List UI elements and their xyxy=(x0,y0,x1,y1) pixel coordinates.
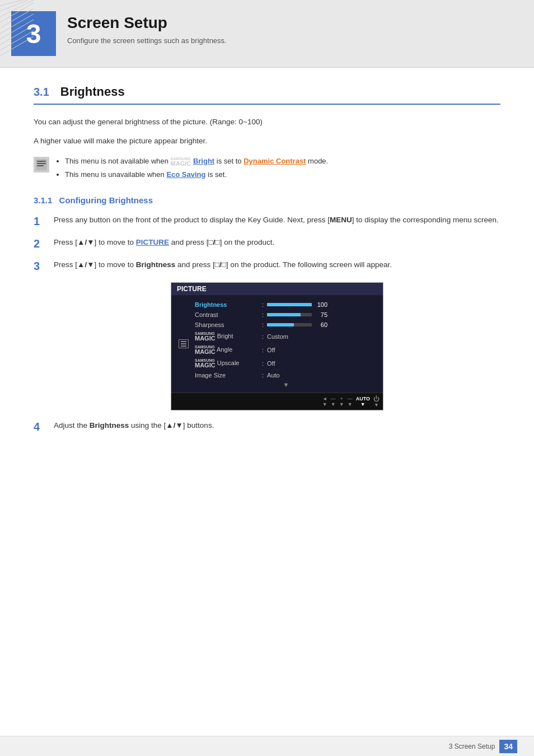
sharpness-fill xyxy=(267,323,294,326)
menu-item-sharpness: Sharpness : 60 xyxy=(195,320,377,330)
step-3-num: 3 xyxy=(34,259,45,273)
eco-saving-link: Eco Saving xyxy=(166,170,205,179)
steps-list: 1 Press any button on the front of the p… xyxy=(34,214,500,273)
menu-item-brightness: Brightness : 100 xyxy=(195,300,377,310)
sidebar-menu-icon xyxy=(179,339,189,348)
step-1-num: 1 xyxy=(34,214,45,228)
note-icon xyxy=(34,157,49,172)
svg-line-4 xyxy=(0,8,34,28)
svg-line-5 xyxy=(0,14,34,34)
svg-line-3 xyxy=(0,3,34,22)
footer-btn-back: ◄ ▼ xyxy=(322,396,327,407)
brightness-track xyxy=(267,303,312,306)
svg-line-9 xyxy=(0,36,34,56)
samsung-magic-brand: SAMSUNG MAGIC xyxy=(171,157,191,167)
brightness-bar: 100 xyxy=(267,301,327,308)
note-box: This menu is not available when SAMSUNG … xyxy=(34,156,500,182)
note-list: This menu is not available when SAMSUNG … xyxy=(56,156,328,182)
svg-rect-13 xyxy=(37,165,44,166)
magic-angle-value: Off xyxy=(267,347,275,353)
contrast-fill xyxy=(267,313,301,316)
contrast-bar: 75 xyxy=(267,311,327,318)
screen-simulation: PICTURE Brightness : xyxy=(171,282,383,410)
screen-simulation-container: PICTURE Brightness : xyxy=(54,282,500,410)
magic-bright-value: Custom xyxy=(267,333,288,340)
step-1-text: Press any button on the front of the pro… xyxy=(54,214,499,226)
magic-upscale-value: Off xyxy=(267,360,275,367)
picture-link: PICTURE xyxy=(136,238,169,246)
svg-line-6 xyxy=(0,20,34,39)
sharpness-value: 60 xyxy=(314,321,327,328)
subsection-title: Configuring Brightness xyxy=(59,195,153,205)
footer-btn-minus: — ▼ xyxy=(331,396,336,407)
menu-magic-bright-label: SAMSUNG MAGIC Bright xyxy=(195,332,262,342)
screen-sim-header: PICTURE xyxy=(171,283,383,295)
screen-footer: ◄ ▼ — ▼ + ▼ — ▼ AUTO ▼ xyxy=(171,393,383,410)
diagonal-decoration xyxy=(0,0,34,56)
main-content: 3.1 Brightness You can adjust the genera… xyxy=(0,68,534,475)
sharpness-bar: 60 xyxy=(267,321,327,328)
magic-bright-link: Bright xyxy=(193,157,214,165)
contrast-track xyxy=(267,313,312,316)
sidebar-line-3 xyxy=(181,346,186,347)
screen-sidebar xyxy=(177,300,190,388)
step-3-text: Press [▲/▼] to move to Brightness and pr… xyxy=(54,259,392,271)
sidebar-lines xyxy=(181,341,186,347)
step-3: 3 Press [▲/▼] to move to Brightness and … xyxy=(34,259,500,273)
footer-btn-plus: + ▼ xyxy=(339,396,344,407)
step-4: 4 Adjust the Brightness using the [▲/▼] … xyxy=(34,419,500,434)
note-item-2: This menu is unavailable when Eco Saving… xyxy=(65,169,328,180)
svg-rect-12 xyxy=(37,163,46,164)
menu-magic-upscale-label: SAMSUNG MAGIC Upscale xyxy=(195,358,262,368)
dynamic-contrast-link: Dynamic Contrast xyxy=(243,157,306,165)
footer-page-num: 34 xyxy=(499,740,517,753)
brightness-bold-4: Brightness xyxy=(90,421,129,430)
sidebar-line-1 xyxy=(181,341,186,342)
chapter-info: Screen Setup Configure the screen settin… xyxy=(67,11,227,45)
sharpness-track xyxy=(267,323,312,326)
menu-item-image-size: Image Size : Auto xyxy=(195,370,377,380)
footer-btn-auto: AUTO ▼ xyxy=(356,396,370,407)
menu-brightness-label: Brightness xyxy=(195,301,262,308)
note-item-1: This menu is not available when SAMSUNG … xyxy=(65,156,328,167)
svg-line-0 xyxy=(0,0,22,6)
chapter-title: Screen Setup xyxy=(67,14,227,32)
menu-sharpness-label: Sharpness xyxy=(195,321,262,328)
step-1: 1 Press any button on the front of the p… xyxy=(34,214,500,228)
image-size-value: Auto xyxy=(267,372,280,379)
menu-contrast-label: Contrast xyxy=(195,311,262,318)
chapter-header: 3 Screen Setup Configure the screen sett… xyxy=(0,0,534,68)
brightness-bold: Brightness xyxy=(136,260,176,269)
menu-item-contrast: Contrast : 75 xyxy=(195,310,377,320)
step-2: 2 Press [▲/▼] to move to PICTURE and pre… xyxy=(34,236,500,251)
more-indicator: ▼ xyxy=(195,381,377,388)
subsection-heading: 3.1.1 Configuring Brightness xyxy=(34,195,500,205)
footer-chapter-ref: 3 Screen Setup xyxy=(449,743,495,750)
screen-menu-area: Brightness : 100 Contrast : xyxy=(171,295,383,393)
svg-line-8 xyxy=(0,31,34,50)
subsection-number: 3.1.1 xyxy=(34,195,52,205)
menu-item-magic-angle: SAMSUNG MAGIC Angle : Off xyxy=(195,343,377,357)
screen-menu-items: Brightness : 100 Contrast : xyxy=(195,300,377,388)
menu-item-magic-bright: SAMSUNG MAGIC Bright : Custom xyxy=(195,330,377,343)
pencil-icon xyxy=(35,158,48,171)
svg-line-2 xyxy=(0,0,34,17)
menu-image-size-label: Image Size xyxy=(195,372,262,379)
page-footer: 3 Screen Setup 34 xyxy=(0,736,534,756)
section-number: 3.1 xyxy=(34,86,49,99)
footer-btn-dash: — ▼ xyxy=(348,396,353,407)
section-heading: 3.1 Brightness xyxy=(34,85,500,105)
footer-btn-power: ⏻ ▼ xyxy=(373,395,380,408)
menu-item-magic-upscale: SAMSUNG MAGIC Upscale : Off xyxy=(195,357,377,370)
step-4-text: Adjust the Brightness using the [▲/▼] bu… xyxy=(54,419,214,432)
section-desc2: A higher value will make the picture app… xyxy=(34,135,500,147)
sidebar-line-2 xyxy=(181,343,186,344)
step-4-num: 4 xyxy=(34,419,45,434)
brightness-fill xyxy=(267,303,312,306)
menu-magic-angle-label: SAMSUNG MAGIC Angle xyxy=(195,345,262,355)
step-2-text: Press [▲/▼] to move to PICTURE and press… xyxy=(54,236,274,249)
section-desc1: You can adjust the general brightness of… xyxy=(34,116,500,128)
svg-line-7 xyxy=(0,25,34,45)
step-2-num: 2 xyxy=(34,236,45,251)
chapter-description: Configure the screen settings such as br… xyxy=(67,36,227,45)
